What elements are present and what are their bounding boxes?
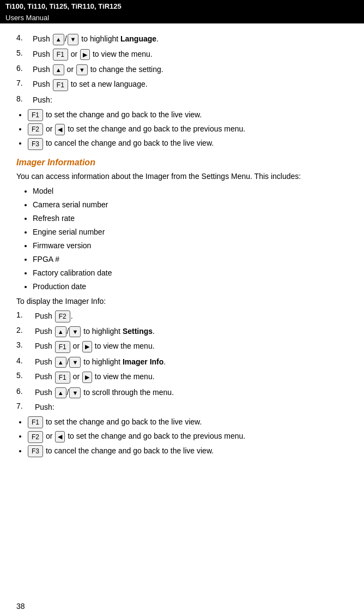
push-bullets-1: F1 to set the change and go back to the … [27, 109, 348, 150]
step2-3-num: 3. [16, 340, 33, 349]
down-btn3[interactable]: ▼ [69, 326, 81, 338]
step2-1-body: Push F2. [33, 310, 348, 322]
step-7-num: 7. [16, 79, 33, 87]
display-label: To display the Imager Info: [16, 296, 348, 307]
imager-section-title: Imager Information [16, 158, 348, 168]
up-btn4[interactable]: ▲ [55, 357, 66, 368]
step2-6-body: Push ▲/▼ to scroll through the menu. [33, 387, 348, 399]
f1-kbd[interactable]: F1 [28, 109, 43, 121]
bullet2-f1-live: F1 to set the change and go back to the … [27, 416, 348, 428]
step-6-body: Push ▲ or ▼ to change the setting. [33, 64, 348, 76]
up-arrow-btn[interactable]: ▲ [53, 34, 64, 45]
header-title: Ti100, Ti110, Ti125, TiR110, TiR125 [0, 0, 364, 13]
step2-4: 4. Push ▲/▼ to highlight Imager Info. [16, 356, 348, 368]
f1-btn3[interactable]: F1 [55, 341, 70, 353]
step2-7: 7. Push: [16, 402, 348, 413]
item-model: Model [33, 186, 348, 197]
item-camera-serial: Camera serial number [33, 199, 348, 211]
language-label: Language [120, 34, 156, 43]
page-number: 38 [16, 602, 25, 611]
imager-desc: You can access information about the Ima… [16, 171, 348, 182]
item-fpga: FPGA # [33, 254, 348, 265]
step2-5-body: Push F1 or ▶ to view the menu. [33, 371, 348, 383]
step-4-body: Push ▲/▼ to highlight Language. [33, 33, 348, 45]
f1-btn4[interactable]: F1 [55, 372, 70, 384]
left-arrow-kbd[interactable]: ◀ [55, 124, 65, 135]
header-divider [0, 23, 364, 23]
f1-btn2[interactable]: F1 [53, 79, 68, 91]
item-engine-serial: Engine serial number [33, 226, 348, 238]
left-arrow-kbd2[interactable]: ◀ [55, 431, 65, 442]
step-7-body: Push F1 to set a new language. [33, 79, 348, 91]
step2-6: 6. Push ▲/▼ to scroll through the menu. [16, 387, 348, 399]
bullet2-f2-prev: F2 or ◀ to set the change and go back to… [27, 430, 348, 442]
f3-kbd[interactable]: F3 [28, 138, 43, 150]
step-4-num: 4. [16, 33, 33, 42]
bullet-f1-live: F1 to set the change and go back to the … [27, 109, 348, 121]
step-8: 8. Push: [16, 94, 348, 106]
f2-kbd[interactable]: F2 [28, 123, 43, 135]
bullet-f3-cancel: F3 to cancel the change and go back to t… [27, 137, 348, 149]
step2-5: 5. Push F1 or ▶ to view the menu. [16, 371, 348, 383]
step-5: 5. Push F1 or ▶ to view the menu. [16, 49, 348, 61]
settings-label: Settings [123, 327, 153, 336]
f3-kbd2[interactable]: F3 [28, 445, 43, 457]
main-content: 4. Push ▲/▼ to highlight Language. 5. Pu… [0, 28, 364, 465]
step-4: 4. Push ▲/▼ to highlight Language. [16, 33, 348, 45]
header-subtitle: Users Manual [0, 13, 364, 23]
imager-items-list: Model Camera serial number Refresh rate … [33, 186, 348, 292]
down-btn5[interactable]: ▼ [69, 387, 81, 399]
up-btn5[interactable]: ▲ [55, 387, 66, 399]
step-6: 6. Push ▲ or ▼ to change the setting. [16, 64, 348, 76]
item-factory-cal: Factory calibration date [33, 267, 348, 279]
item-refresh-rate: Refresh rate [33, 213, 348, 224]
step2-1: 1. Push F2. [16, 310, 348, 322]
right-btn2[interactable]: ▶ [82, 341, 92, 352]
push-bullets-2: F1 to set the change and go back to the … [27, 416, 348, 457]
step-8-body: Push: [33, 94, 348, 106]
bullet2-f3-cancel: F3 to cancel the change and go back to t… [27, 445, 348, 457]
step2-4-num: 4. [16, 356, 33, 365]
step-8-num: 8. [16, 94, 33, 103]
step-6-num: 6. [16, 64, 33, 73]
imager-info-label: Imager Info [123, 357, 163, 366]
down-btn4[interactable]: ▼ [69, 357, 81, 368]
bullet-f2-prev: F2 or ◀ to set the change and go back to… [27, 123, 348, 135]
f2-kbd2[interactable]: F2 [28, 431, 43, 443]
f2-btn[interactable]: F2 [55, 310, 70, 322]
step-5-num: 5. [16, 49, 33, 57]
up-arrow-btn2[interactable]: ▲ [53, 64, 64, 76]
down-arrow-btn[interactable]: ▼ [68, 34, 79, 45]
step2-7-body: Push: [33, 402, 348, 413]
f1-kbd2[interactable]: F1 [28, 416, 43, 428]
step2-2-body: Push ▲/▼ to highlight Settings. [33, 326, 348, 338]
step2-6-num: 6. [16, 387, 33, 396]
f1-btn[interactable]: F1 [53, 49, 68, 61]
right-btn3[interactable]: ▶ [82, 372, 92, 383]
step2-3-body: Push F1 or ▶ to view the menu. [33, 340, 348, 352]
up-btn3[interactable]: ▲ [55, 326, 66, 338]
item-production-date: Production date [33, 281, 348, 292]
right-arrow-btn[interactable]: ▶ [80, 49, 90, 61]
step2-7-num: 7. [16, 402, 33, 410]
step2-2-num: 2. [16, 326, 33, 334]
down-arrow-btn2[interactable]: ▼ [76, 64, 88, 76]
step2-4-body: Push ▲/▼ to highlight Imager Info. [33, 356, 348, 368]
step2-5-num: 5. [16, 371, 33, 380]
step-7: 7. Push F1 to set a new language. [16, 79, 348, 91]
item-firmware: Firmware version [33, 240, 348, 252]
step2-2: 2. Push ▲/▼ to highlight Settings. [16, 326, 348, 338]
step-5-body: Push F1 or ▶ to view the menu. [33, 49, 348, 61]
step2-1-num: 1. [16, 310, 33, 319]
step2-3: 3. Push F1 or ▶ to view the menu. [16, 340, 348, 352]
header-wrapper: Ti100, Ti110, Ti125, TiR110, TiR125 User… [0, 0, 364, 23]
